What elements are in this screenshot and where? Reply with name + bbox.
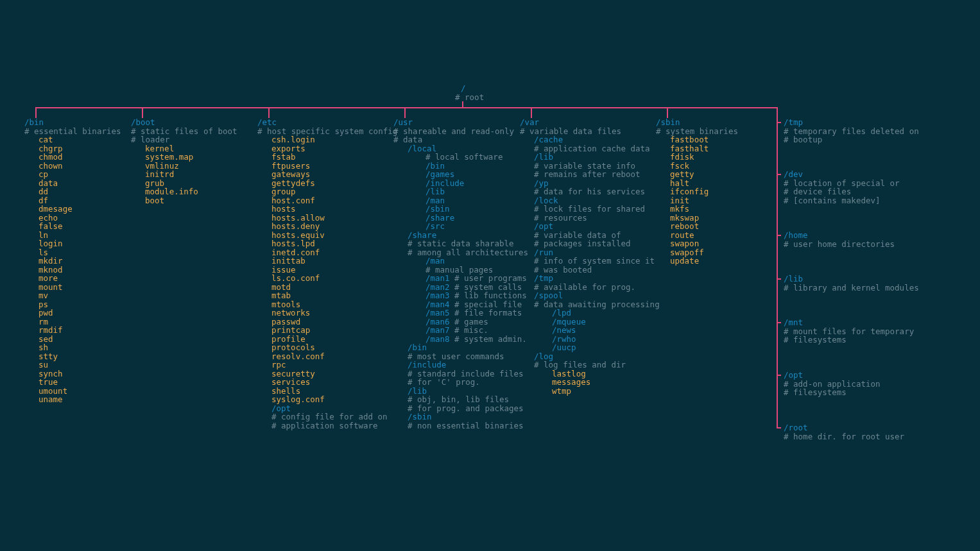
subdir-entry: /man (426, 196, 445, 205)
subdir-entry: /bin (408, 343, 427, 352)
file-entry: getty (670, 170, 694, 179)
tree-branch (667, 107, 668, 118)
dir-label: /bin (24, 118, 44, 127)
subdir-entry: /lpd (552, 309, 571, 318)
dir-comment: # variable data files (520, 127, 621, 136)
file-entry: cp (39, 170, 48, 179)
dir-comment: # system binaries (656, 127, 738, 136)
man-section: /man6 (426, 318, 450, 326)
root-label: / (461, 84, 466, 93)
man-section: /man2 (426, 283, 450, 292)
comment-line: # most user commands (408, 352, 504, 361)
dir-comment: # home dir. for root user (784, 432, 904, 441)
file-entry: reboot (670, 222, 699, 231)
comment-line: # obj, bin, lib files (408, 395, 509, 404)
file-entry: ps (39, 300, 48, 309)
comment-line: # application software (271, 421, 378, 430)
comment-line: # packages installed (534, 239, 631, 248)
file-entry: true (39, 378, 58, 387)
file-entry: echo (39, 214, 58, 223)
dir-label: /dev (784, 170, 803, 179)
file-entry: grub (145, 179, 164, 188)
file-entry: ln (39, 231, 48, 240)
file-entry: system.map (145, 153, 193, 162)
subdir-entry: /cache (534, 135, 563, 144)
dir-comment: # add-on application (784, 380, 881, 389)
man-comment: # special file (454, 300, 522, 309)
subdir-entry: /log (534, 352, 553, 361)
file-entry: initrd (145, 170, 174, 179)
dir-comment: # location of special or (784, 179, 900, 188)
file-entry: lastlog (552, 369, 586, 378)
subdir-entry: /lib (534, 153, 553, 162)
dir-label: /home (784, 231, 808, 240)
file-entry: hosts.lpd (271, 239, 315, 248)
comment-line: # among all architectures (408, 248, 528, 257)
man-comment: # lib functions (454, 291, 527, 300)
comment-line: # application cache data (534, 144, 650, 153)
file-entry: group (271, 187, 296, 196)
file-entry: inetd.conf (271, 248, 320, 257)
subdir-entry: /news (552, 326, 576, 335)
dir-label: /sbin (656, 118, 680, 127)
subdir-entry: /lib (426, 187, 445, 196)
file-entry: services (271, 378, 310, 387)
file-entry: chown (39, 162, 63, 171)
file-entry: chmod (39, 153, 63, 162)
tree-branch (35, 107, 37, 118)
file-entry: ifconfig (670, 187, 709, 196)
file-entry: ftpusers (271, 162, 310, 171)
file-entry: module.info (145, 187, 198, 196)
file-entry: mv (39, 291, 48, 300)
file-entry: login (39, 239, 63, 248)
root-comment: # root (455, 93, 484, 102)
file-entry: shells (271, 387, 300, 396)
comment-line: # info of system since it (534, 257, 655, 266)
file-entry: gateways (271, 170, 310, 179)
dir-comment: # filesystems (784, 388, 847, 397)
file-entry: syslog.conf (271, 395, 325, 404)
file-entry: fasthalt (670, 144, 709, 153)
tree-branch (777, 235, 781, 236)
dir-comment: # host specific system config (257, 127, 397, 136)
file-entry: fsck (670, 162, 689, 171)
comment-line: # manual pages (426, 266, 493, 275)
subdir-entry: /opt (271, 404, 291, 413)
file-entry: update (670, 257, 699, 266)
file-entry: hosts.allow (271, 214, 325, 223)
file-entry: rpc (271, 360, 286, 369)
comment-line: # variable data of (534, 231, 621, 240)
man-section: /man8 (426, 335, 450, 344)
file-entry: df (39, 196, 48, 205)
file-entry: boot (145, 196, 164, 205)
dir-label: /etc (257, 118, 277, 127)
dir-label: /tmp (784, 118, 803, 127)
file-entry: stty (39, 352, 58, 361)
dir-label: /boot (131, 118, 155, 127)
tree-branch (777, 122, 781, 123)
dir-comment: # library and kernel modules (784, 284, 919, 292)
comment-line: # data for his services (534, 187, 645, 196)
subdir-entry: /rwho (552, 335, 576, 344)
subdir-entry: /run (534, 248, 553, 257)
subdir-entry: /uucp (552, 343, 576, 352)
comment-line: # remains after reboot (534, 170, 640, 179)
dir-comment: # essential binaries (24, 127, 121, 136)
man-comment: # file formats (454, 309, 522, 318)
file-entry: securetty (271, 369, 315, 378)
dir-comment: # data (393, 135, 422, 144)
subdir-entry: /bin (426, 162, 445, 171)
file-entry: ls (39, 248, 48, 257)
dir-label: /mnt (784, 318, 803, 327)
file-entry: fastboot (670, 135, 709, 144)
comment-line: # available for prog. (534, 283, 635, 292)
tree-branch (142, 107, 143, 118)
file-entry: mkdir (39, 257, 63, 266)
file-entry: dmesage (39, 205, 73, 214)
file-entry: data (39, 179, 58, 188)
file-entry: mtools (271, 300, 300, 309)
subdir-entry: /sbin (426, 205, 450, 214)
file-entry: issue (271, 266, 296, 275)
man-section: /man3 (426, 291, 450, 300)
file-entry: sed (39, 335, 53, 344)
